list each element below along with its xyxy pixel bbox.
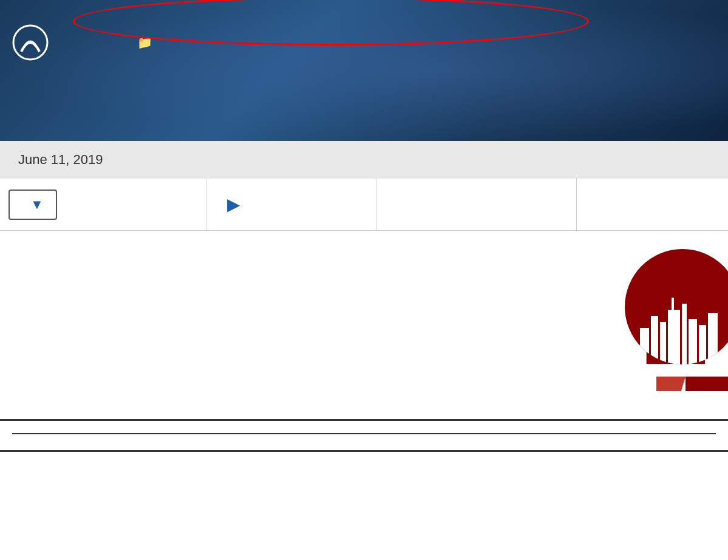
page-label-box[interactable]: ▼ [9, 190, 57, 220]
subtitle-bar: June 11, 2019 // Inline fill for subtitl… [0, 141, 728, 179]
search-issue-button[interactable] [577, 179, 728, 230]
logo-area[interactable] [12, 24, 52, 61]
newspaper-content: 2 [0, 231, 728, 560]
page-nav-area[interactable]: ▶ [206, 179, 376, 230]
newspaper-subtitle-line [12, 434, 716, 439]
svg-rect-8 [708, 313, 718, 364]
svg-rect-5 [682, 304, 687, 364]
newspaper-title-area [0, 419, 728, 452]
search-page-button[interactable] [376, 179, 577, 230]
newspaper-footer-line [12, 439, 716, 444]
next-page-icon[interactable]: ▶ [227, 194, 240, 214]
toolbar: ▼ ▶ [0, 179, 728, 231]
newsbank-logo-icon [12, 24, 49, 61]
year-1819-label [656, 377, 685, 391]
svg-rect-9 [672, 298, 674, 310]
svg-rect-7 [699, 325, 706, 364]
nav-bar: 📁 [0, 12, 728, 61]
city-circle [625, 249, 728, 364]
dropdown-arrow-icon[interactable]: ▼ [30, 197, 44, 213]
issue-date: June 11, 2019 [18, 152, 103, 167]
svg-rect-4 [668, 310, 680, 364]
page-select-area[interactable]: ▼ [0, 179, 206, 230]
header-banner: 📁 [0, 0, 728, 141]
celebrating-banner [656, 377, 728, 391]
top-bar [0, 0, 728, 12]
celebrating-label [685, 377, 728, 391]
svg-rect-6 [689, 319, 697, 364]
folder-icon: 📁 [137, 35, 152, 50]
svg-rect-3 [660, 322, 666, 364]
nav-links: 📁 [101, 35, 157, 50]
anniversary-number: 2 [642, 261, 710, 383]
session-folder-link[interactable]: 📁 [137, 35, 157, 50]
